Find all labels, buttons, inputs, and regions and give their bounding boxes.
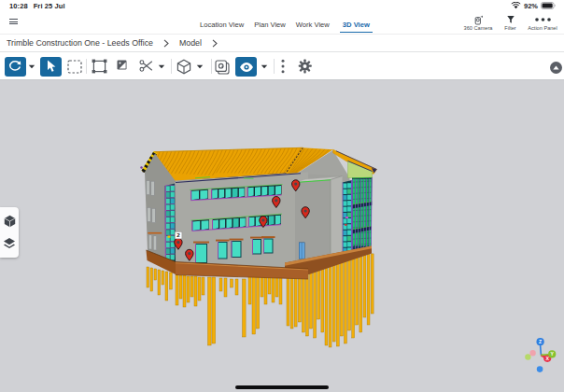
box-3d-dropdown-caret[interactable] <box>196 64 204 69</box>
axis-neg-z-ball <box>537 366 543 372</box>
breadcrumb: Trimble Construction One - Leeds Office … <box>0 34 564 52</box>
view-tabs: Location View Plan View Work View 3D Vie… <box>200 13 373 34</box>
cut-tool-icon[interactable] <box>139 59 153 73</box>
nav-action-filter[interactable]: Filter <box>497 15 525 31</box>
ellipsis-icon <box>534 15 552 24</box>
nav-action-360-camera[interactable]: 360 Camera <box>464 15 492 31</box>
orbit-tool-button[interactable] <box>5 57 26 77</box>
trimble-connect-app: 10:28 Fri 25 Jul 92% <box>0 0 564 392</box>
model-toolbar <box>0 52 564 80</box>
model-cube-icon[interactable] <box>3 214 16 229</box>
model-viewport[interactable]: 2ZXY <box>0 80 564 392</box>
status-time: 10:28 <box>9 2 28 10</box>
box-3d-icon[interactable] <box>176 59 191 75</box>
building-model-3d: 2ZXY <box>0 80 564 392</box>
nav-action-label: Action Panel <box>528 25 557 31</box>
filter-icon <box>506 15 515 24</box>
toolbar-separator <box>86 59 87 74</box>
viewport-side-panel <box>0 207 19 258</box>
wifi-icon <box>511 2 521 11</box>
axis-gizmo[interactable]: ZXY <box>525 338 556 372</box>
svg-text:Y: Y <box>550 351 554 357</box>
home-indicator[interactable] <box>235 385 329 389</box>
visibility-tool-button[interactable] <box>235 57 257 77</box>
marquee-select-icon[interactable] <box>67 60 82 74</box>
status-bar: 10:28 Fri 25 Jul 92% <box>0 0 564 13</box>
invert-selection-icon[interactable] <box>117 60 127 70</box>
transform-frame-icon[interactable] <box>92 59 107 74</box>
visibility-dropdown-caret[interactable] <box>261 64 268 69</box>
status-left: 10:28 Fri 25 Jul <box>9 2 65 10</box>
tab-3d-view[interactable]: 3D View <box>340 15 373 33</box>
select-tool-button[interactable] <box>40 57 62 77</box>
toolbar-separator <box>211 59 212 74</box>
toolbar-collapse-button[interactable] <box>550 62 562 74</box>
more-options-icon[interactable] <box>280 59 286 74</box>
chevron-right-icon <box>163 39 169 48</box>
nav-action-label: Filter <box>504 25 515 31</box>
status-right: 92% <box>511 2 556 11</box>
axis-neg-y-ball <box>525 354 530 359</box>
chevron-right-icon <box>212 39 218 48</box>
breadcrumb-project[interactable]: Trimble Construction One - Leeds Office <box>7 38 153 48</box>
toolbar-separator <box>274 59 275 74</box>
toolbar-separator <box>171 59 172 74</box>
nav-action-action-panel[interactable]: Action Panel <box>529 15 557 31</box>
tab-location-view[interactable]: Location View <box>200 15 244 33</box>
status-date: Fri 25 Jul <box>34 2 65 10</box>
nav-action-label: 360 Camera <box>464 25 493 31</box>
nav-actions: 360 Camera Filter Action <box>464 15 557 31</box>
svg-text:2: 2 <box>176 231 180 238</box>
layers-icon[interactable] <box>3 236 16 251</box>
battery-icon <box>541 2 556 11</box>
axis-neg-x-ball <box>529 350 535 356</box>
tab-work-view[interactable]: Work View <box>296 15 330 33</box>
menu-icon[interactable] <box>9 19 19 24</box>
nav-bar: Location View Plan View Work View 3D Vie… <box>0 13 564 34</box>
cut-dropdown-caret[interactable] <box>158 64 165 69</box>
tower-side-wall <box>331 176 343 259</box>
breadcrumb-model[interactable]: Model <box>179 38 202 48</box>
saved-views-icon[interactable] <box>215 60 230 75</box>
orbit-dropdown-caret[interactable] <box>28 64 35 69</box>
battery-percent: 92% <box>524 2 538 10</box>
settings-gear-icon[interactable] <box>298 59 312 74</box>
360-camera-icon <box>473 15 484 24</box>
tab-plan-view[interactable]: Plan View <box>254 15 286 33</box>
